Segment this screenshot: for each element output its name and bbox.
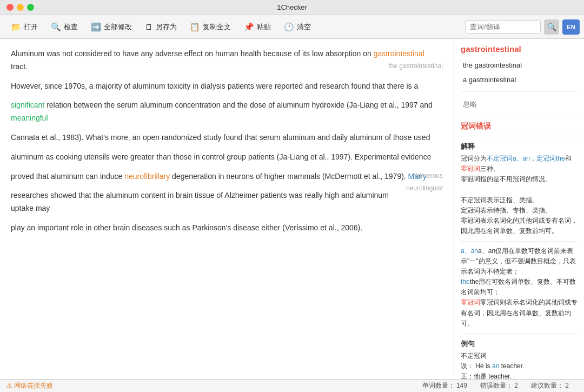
example-wrong-label: 误： <box>461 362 474 370</box>
explanation-body: 冠词分为不定冠词a、an，定冠词the和零冠词三种。 零冠词指的是不用冠词的情况… <box>461 154 578 237</box>
paragraph-6: proved that aluminum can induce neurofib… <box>11 170 443 183</box>
exp-zero-link: 零冠词 <box>461 165 480 172</box>
check-label: 检查 <box>64 22 78 32</box>
suggestion-item-2[interactable]: a gastrointestinal <box>461 72 578 87</box>
error-count: 错误数量： 2 <box>480 381 518 390</box>
ignore-label: 忽略 <box>463 100 477 108</box>
paragraph-4: Cannata et al., 1983). What's more, an o… <box>11 131 443 144</box>
zero-detail-link: 零冠词 <box>461 298 480 306</box>
fix-all-button[interactable]: ➡️ 全部修改 <box>84 19 138 35</box>
exp-a-an-link: 不定冠词a、an， <box>487 155 536 162</box>
app-title: 1Checker <box>277 3 307 11</box>
toolbar: 📁 打开 🔍 检查 ➡️ 全部修改 🗒 另存为 📋 复制全文 📌 粘贴 🕐 清空… <box>0 15 584 39</box>
right-panel: gastrointestinal the gastrointestinal a … <box>454 39 584 379</box>
paste-button[interactable]: 📌 粘贴 <box>237 19 277 35</box>
suggest-count-label: 建议数量： <box>531 382 563 389</box>
maximize-button[interactable] <box>27 4 34 11</box>
check-button[interactable]: 🔍 检查 <box>44 19 84 35</box>
copy-all-button[interactable]: 📋 复制全文 <box>183 19 237 35</box>
clear-button[interactable]: 🕐 清空 <box>277 19 317 35</box>
toolbar-search: 🔍 EN <box>465 19 580 35</box>
language-button[interactable]: EN <box>562 19 580 35</box>
copy-all-label: 复制全文 <box>203 22 231 32</box>
save-as-label: 另存为 <box>156 22 177 32</box>
text-editor[interactable]: Aluminum was not considered to have any … <box>0 39 454 379</box>
paragraph-8: play an important role in other brain di… <box>11 222 443 235</box>
search-input[interactable] <box>465 20 541 34</box>
word-count-value: 149 <box>456 382 467 389</box>
para2-text: However, since 1970s, a majority of alum… <box>11 82 418 90</box>
a-an-detail-link: a、an <box>461 247 478 255</box>
minimize-button[interactable] <box>17 4 24 11</box>
example-wrong-end: teacher. <box>499 362 524 370</box>
para5-mid: degeneration in neurons of higher mammal… <box>170 172 408 181</box>
exp-zero-explain: 零冠词指的是不用冠词的情况。 <box>461 175 552 183</box>
suggestion-text-2: a gastrointestinal <box>463 76 516 84</box>
explanation-title: 解释 <box>461 142 578 151</box>
exp-body-start: 冠词分为 <box>461 155 487 162</box>
exp-the-link: 定冠词the <box>536 155 565 162</box>
para4-text: aluminum as cooking utensils were greate… <box>11 152 431 161</box>
network-warning: ⚠ 网络连接失败 <box>6 381 53 390</box>
para5-start: proved that aluminum can induce <box>11 172 124 181</box>
lang-label: EN <box>567 24 575 30</box>
panel-word-title: gastrointestinal <box>461 44 578 54</box>
word-meaningful: meaningful <box>11 114 48 122</box>
suggest-count: 建议数量： 2 <box>531 381 569 390</box>
word-neurofibrillary: neurofibrillary <box>124 172 170 181</box>
clear-icon: 🕐 <box>284 22 294 32</box>
search-icon: 🔍 <box>51 22 61 32</box>
open-label: 打开 <box>24 22 38 32</box>
divider-1 <box>461 91 578 92</box>
para1-end: tract. <box>11 62 28 71</box>
example-right: 正：他是 teacher. <box>461 371 578 379</box>
word-count-label: 单词数量： <box>422 382 455 389</box>
suggestion-text-1: the gastrointestinal <box>463 61 522 69</box>
paste-label: 粘贴 <box>257 22 271 32</box>
exp-three-text: 三种。 <box>480 165 500 172</box>
a-an-detail: a、ana、an仅用在单数可数名词前来表示"一"的意义，但不强调数目概念，只表示… <box>461 246 578 277</box>
ignore-button[interactable]: 忽略 <box>461 96 578 112</box>
paragraph-3: significant relation between the serum a… <box>11 99 443 125</box>
example-type: 不定冠词 <box>461 351 578 361</box>
search-button[interactable]: 🔍 <box>544 19 559 35</box>
paragraph-7: researches showed that the aluminum cont… <box>11 189 443 215</box>
title-bar: 1Checker <box>0 0 584 15</box>
the-detail: thethe用在可数名词单数、复数、不可数名词前均可； <box>461 277 578 297</box>
correction-1: the gastrointestinal <box>388 61 443 71</box>
a-an-detail-text: a、an仅用在单数可数名词前来表示"一"的意义，但不强调数目概念，只表示名词为不… <box>461 247 576 275</box>
suggest-count-value: 2 <box>565 382 569 389</box>
correction-3: Numerous <box>413 170 443 181</box>
save-as-button[interactable]: 🗒 另存为 <box>138 19 183 35</box>
word-count: 单词数量： 149 <box>422 381 467 390</box>
exp-indefinite-explain: 不定冠词表示泛指、类指。 <box>461 196 539 204</box>
the-detail-text: the用在可数名词单数、复数、不可数名词前均可； <box>461 278 576 296</box>
example-wrong-word: an <box>492 362 499 370</box>
error-type-label: 冠词错误 <box>461 122 578 131</box>
para6-text: researches showed that the aluminum cont… <box>11 191 389 212</box>
main-area: Aluminum was not considered to have any … <box>0 39 584 379</box>
suggestion-item-1[interactable]: the gastrointestinal <box>461 58 578 72</box>
error-count-value: 2 <box>514 382 518 389</box>
divider-5 <box>461 333 578 334</box>
paste-icon: 📌 <box>244 22 254 32</box>
word-gastrointestinal: gastrointestinal <box>374 49 424 58</box>
example-wrong-text: He is <box>475 362 492 370</box>
save-icon: 🗒 <box>145 22 153 31</box>
close-button[interactable] <box>6 4 14 11</box>
open-button[interactable]: 📁 打开 <box>4 19 44 35</box>
example-title: 例句 <box>461 339 578 349</box>
the-detail-link: the <box>461 278 470 285</box>
example-wrong: 误： He is an teacher. <box>461 361 578 371</box>
exp-and-text: 和 <box>565 155 572 162</box>
fix-all-label: 全部修改 <box>104 22 132 32</box>
divider-4 <box>461 241 578 242</box>
divider-2 <box>461 117 578 117</box>
paragraph-2: However, since 1970s, a majority of alum… <box>11 80 443 93</box>
fix-icon: ➡️ <box>91 22 101 32</box>
para1-start: Aluminum was not considered to have any … <box>11 49 374 58</box>
divider-3 <box>461 136 578 136</box>
error-count-label: 错误数量： <box>480 382 513 389</box>
correction-2: neurolinguist <box>406 183 443 194</box>
para3-text: Cannata et al., 1983). What's more, an o… <box>11 133 430 142</box>
